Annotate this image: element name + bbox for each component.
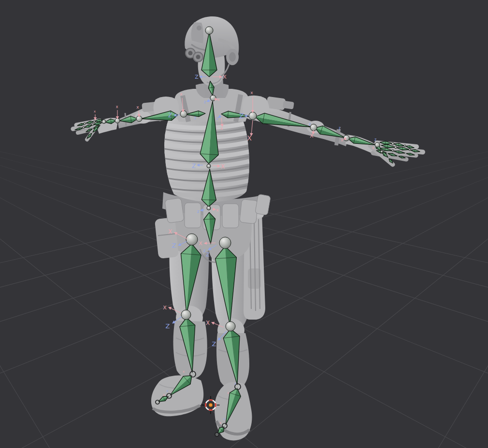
hip-pouch-left xyxy=(155,217,179,259)
axis-label-x: x xyxy=(183,370,185,374)
bone-joint-sphere[interactable] xyxy=(219,237,231,249)
bone-joint-ring[interactable] xyxy=(222,423,227,428)
axis-label-z: z xyxy=(216,116,218,121)
bone-joint-sphere[interactable] xyxy=(180,111,187,117)
bone-joint-sphere[interactable] xyxy=(92,124,94,126)
axis-label-x: x xyxy=(216,208,219,212)
axis-label-z: Z xyxy=(168,112,172,119)
axis-label-z: z xyxy=(203,248,206,253)
axis-label-x: x xyxy=(227,391,229,395)
bone-joint-sphere[interactable] xyxy=(115,118,120,123)
axis-label-z: Z xyxy=(206,252,210,258)
bone-joint-sphere[interactable] xyxy=(249,112,257,120)
axis-label-z: z xyxy=(234,382,236,386)
axis-label-x: x xyxy=(372,146,374,150)
axis-label-x: X xyxy=(221,163,225,170)
cursor-center-dot xyxy=(209,403,213,407)
bone-joint-ring[interactable] xyxy=(215,433,219,436)
axis-label-x: x xyxy=(341,138,344,142)
axis-label-z: z xyxy=(309,122,311,126)
viewport-3d[interactable]: ZXzxZxzxzxZXxxxzXzxzxZXzxXZXzZXZXZxzxzxz… xyxy=(0,0,488,448)
axis-label-x: X xyxy=(168,228,172,235)
axis-label-x: x xyxy=(219,421,221,425)
axis-label-z: Z xyxy=(239,112,244,120)
bone-joint-ring[interactable] xyxy=(190,371,196,377)
bone-joint-sphere[interactable] xyxy=(207,164,211,168)
bone-joint-sphere[interactable] xyxy=(84,123,86,125)
bone-joint-sphere[interactable] xyxy=(310,124,317,131)
bone-joint-sphere[interactable] xyxy=(136,116,142,122)
axis-label-x: x xyxy=(220,126,223,131)
axis-label-x: X xyxy=(163,305,167,311)
axis-label-z: Z xyxy=(192,163,196,169)
bone-joint-sphere[interactable] xyxy=(404,145,406,147)
bone-joint-sphere[interactable] xyxy=(409,149,411,151)
axis-label-x: x xyxy=(136,105,139,110)
axis-label-z: z xyxy=(204,100,206,104)
bone-joint-sphere[interactable] xyxy=(395,146,397,149)
bone-joint-sphere[interactable] xyxy=(375,142,380,147)
bone-joint-sphere[interactable] xyxy=(226,322,235,331)
axis-label-z: z xyxy=(194,116,196,120)
bone-joint-sphere[interactable] xyxy=(381,151,383,153)
bone-joint-ring[interactable] xyxy=(156,400,159,404)
axis-label-x: x xyxy=(94,110,96,113)
axis-label-x: x xyxy=(116,105,118,109)
axis-label-x: X xyxy=(310,133,314,139)
axis-label-x: X xyxy=(206,320,210,326)
bone-joint-ring[interactable] xyxy=(167,393,172,398)
axis-label-x: X xyxy=(199,240,202,247)
bone-joint-sphere[interactable] xyxy=(210,95,216,101)
bone-joint-sphere[interactable] xyxy=(186,234,198,245)
axis-label-x: X xyxy=(223,74,227,80)
bone-joint-sphere[interactable] xyxy=(93,121,95,123)
bone-joint-sphere[interactable] xyxy=(83,126,85,128)
axis-label-x: x xyxy=(180,92,183,97)
axis-label-x: x xyxy=(250,90,253,95)
bone-joint-sphere[interactable] xyxy=(205,27,213,34)
axis-label-z: z xyxy=(166,389,168,393)
axis-label-z: z xyxy=(197,209,200,214)
bone-joint-sphere[interactable] xyxy=(392,150,394,152)
axis-label-z: z xyxy=(223,417,225,421)
bone-joint-sphere[interactable] xyxy=(344,135,349,141)
axis-label-z: z xyxy=(339,126,341,130)
axis-label-z: z xyxy=(374,138,376,142)
axis-label-z: Z xyxy=(166,322,170,330)
axis-label-z: Z xyxy=(172,242,176,249)
axis-label-x: x xyxy=(163,393,165,397)
bone-joint-sphere[interactable] xyxy=(102,120,106,124)
bone-joint-sphere[interactable] xyxy=(207,206,211,210)
axis-label-x: x xyxy=(217,98,220,102)
axis-label-z: Z xyxy=(212,340,216,348)
bone-joint-sphere[interactable] xyxy=(392,143,394,145)
bone-joint-sphere[interactable] xyxy=(181,310,191,320)
axis-label-x: X xyxy=(247,134,252,142)
nvg-mount xyxy=(191,22,203,43)
axis-label-z: Z xyxy=(195,74,199,80)
